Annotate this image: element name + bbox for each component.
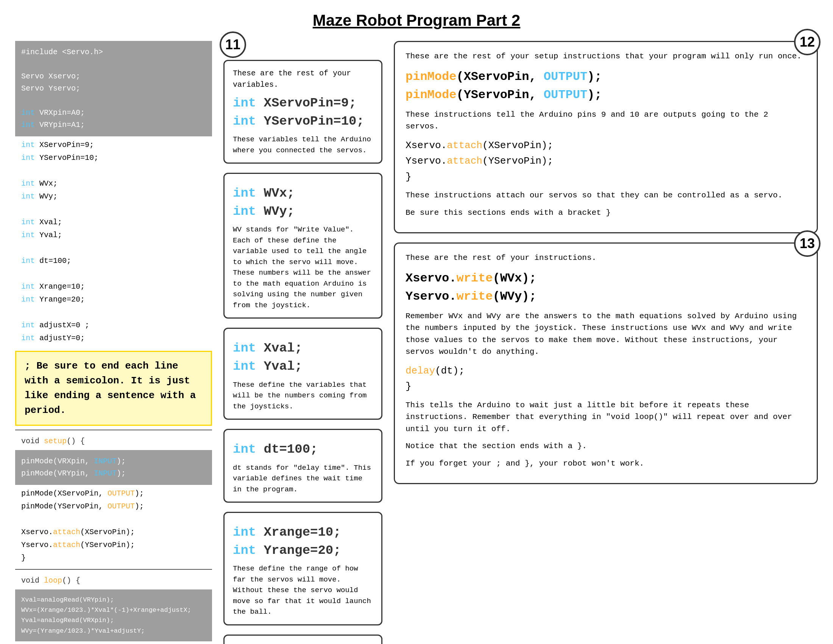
code-line: int adjustY=0; bbox=[21, 332, 206, 345]
code-block-pinmode-input: pinMode(VRXpin, INPUT); pinMode(VRYpin, … bbox=[15, 450, 212, 485]
code-line: Yval=analogRead(VRXpin); bbox=[21, 615, 206, 625]
right-box-12: 12 These are the rest of your setup inst… bbox=[394, 41, 818, 233]
code-block-analog: Xval=analogRead(VRYpin); WVx=(Xrange/102… bbox=[15, 589, 212, 641]
code-line: void setup() { bbox=[21, 435, 206, 448]
code-line: Servo Yservo; bbox=[21, 82, 206, 95]
annotation-box-5: int Xrange=10; int Yrange=20; These defi… bbox=[224, 512, 383, 625]
code-line: int Yval; bbox=[21, 229, 206, 242]
code-line bbox=[21, 164, 206, 177]
annotation-code-2: int WVx; int WVy; bbox=[233, 185, 373, 221]
annotation-box-6: int adjustX=0 ; int adjustY=0; These var… bbox=[224, 634, 383, 644]
code-block-setup: void setup() { bbox=[15, 433, 212, 450]
yellow-note: ; Be sure to end each line with a semico… bbox=[15, 351, 212, 426]
annotation-box-1: These are the rest of your variables. in… bbox=[224, 60, 383, 164]
code-line: Servo Xservo; bbox=[21, 71, 206, 82]
right-box-13-desc4: If you forget your ; and }, your robot w… bbox=[405, 457, 806, 470]
code-line: WVy=(Yrange/1023.)*Yval+adjustY; bbox=[21, 626, 206, 636]
code-line bbox=[21, 306, 206, 319]
code-line bbox=[21, 242, 206, 254]
annotation-code-5: int Xrange=10; int Yrange=20; bbox=[233, 523, 373, 560]
annotation-box-4: int dt=100; dt stands for "delay time". … bbox=[224, 429, 383, 503]
code-line: int Xrange=10; bbox=[21, 280, 206, 293]
code-line: Yservo.attach(YServoPin); bbox=[21, 539, 206, 552]
code-line: int VRYpin=A1; bbox=[21, 119, 206, 131]
page-title: Maze Robot Program Part 2 bbox=[15, 11, 818, 29]
code-block-1: #include <Servo.h> Servo Xservo; Servo Y… bbox=[15, 41, 212, 136]
code-line: pinMode(VRYpin, INPUT); bbox=[21, 467, 206, 480]
code-line: int XServoPin=9; bbox=[21, 138, 206, 151]
annotation-intro-1: These are the rest of your variables. bbox=[233, 68, 373, 90]
code-block-loop-header: void loop() { bbox=[15, 572, 212, 589]
code-line: int Xval; bbox=[21, 216, 206, 229]
left-code-panel: #include <Servo.h> Servo Xservo; Servo Y… bbox=[15, 41, 212, 644]
right-box-13-desc1: Remember WVx and WVy are the answers to … bbox=[405, 310, 806, 358]
right-box-13-desc2: This tells the Arduino to wait just a li… bbox=[405, 399, 806, 435]
code-line bbox=[21, 58, 206, 71]
right-box-12-desc3: Be sure this sections ends with a bracke… bbox=[405, 207, 806, 219]
main-layout: #include <Servo.h> Servo Xservo; Servo Y… bbox=[15, 41, 818, 644]
divider bbox=[15, 430, 212, 430]
code-line: void loop() { bbox=[21, 574, 206, 587]
annotation-desc-1: These variables tell the Arduino where y… bbox=[233, 134, 373, 156]
code-line: int YServoPin=10; bbox=[21, 151, 206, 164]
right-panels: 12 These are the rest of your setup inst… bbox=[394, 41, 818, 484]
code-line: WVx=(Xrange/1023.)*Xval*(-1)+Xrange+adju… bbox=[21, 605, 206, 615]
middle-panel: 11 These are the rest of your variables.… bbox=[224, 45, 383, 644]
right-code-13-1: Xservo.write(WVx); Yservo.write(WVy); bbox=[405, 269, 806, 306]
right-box-13-intro: These are the rest of your instructions. bbox=[405, 252, 806, 264]
annotation-code-3: int Xval; int Yval; bbox=[233, 340, 373, 375]
right-box-13: 13 These are the rest of your instructio… bbox=[394, 242, 818, 484]
code-line bbox=[21, 203, 206, 216]
code-line: Xservo.attach(XServoPin); bbox=[21, 526, 206, 539]
code-block-2: int XServoPin=9; int YServoPin=10; int W… bbox=[15, 136, 212, 347]
right-code-12-2: Xservo.attach(XServoPin); Yservo.attach(… bbox=[405, 138, 806, 185]
code-line: #include <Servo.h> bbox=[21, 46, 206, 58]
code-line: pinMode(YServoPin, OUTPUT); bbox=[21, 500, 206, 513]
annotation-code-4: int dt=100; bbox=[233, 441, 373, 459]
code-line: } bbox=[21, 552, 206, 564]
annotation-desc-5: These define the range of how far the se… bbox=[233, 564, 373, 617]
right-code-12-1: pinMode(XServoPin, OUTPUT); pinMode(YSer… bbox=[405, 68, 806, 104]
annotation-box-3: int Xval; int Yval; These define the var… bbox=[224, 328, 383, 420]
code-line: int Yrange=20; bbox=[21, 293, 206, 306]
divider-2 bbox=[15, 569, 212, 570]
code-line bbox=[21, 513, 206, 526]
code-line bbox=[21, 267, 206, 280]
right-box-12-desc2: These instructions attach our servos so … bbox=[405, 189, 806, 201]
annotation-desc-3: These define the variables that will be … bbox=[233, 380, 373, 412]
right-box-12-desc1: These instructions tell the Arduino pins… bbox=[405, 109, 806, 133]
badge-13: 13 bbox=[794, 230, 820, 257]
right-box-13-desc3: Notice that the section ends with a }. bbox=[405, 440, 806, 452]
code-line: Xval=analogRead(VRYpin); bbox=[21, 595, 206, 605]
annotation-code-1: int XServoPin=9; int YServoPin=10; bbox=[233, 94, 373, 130]
code-line: int WVx; bbox=[21, 177, 206, 190]
code-line: int VRXpin=A0; bbox=[21, 107, 206, 119]
code-line: pinMode(VRXpin, INPUT); bbox=[21, 456, 206, 467]
code-block-loop-rest: Xservo.write(WVx); Yservo.write(WVy); de… bbox=[15, 641, 212, 644]
annotation-box-2: int WVx; int WVy; WV stands for "Write V… bbox=[224, 173, 383, 319]
code-line: int adjustX=0 ; bbox=[21, 319, 206, 332]
right-code-13-2: delay(dt); } bbox=[405, 363, 806, 395]
annotation-desc-4: dt stands for "delay time". This variabl… bbox=[233, 462, 373, 495]
annotation-desc-2: WV stands for "Write Value". Each of the… bbox=[233, 224, 373, 311]
badge-12: 12 bbox=[794, 29, 820, 55]
code-block-setup-rest: pinMode(XServoPin, OUTPUT); pinMode(YSer… bbox=[15, 485, 212, 567]
badge-11: 11 bbox=[220, 31, 246, 58]
code-line: int dt=100; bbox=[21, 254, 206, 267]
code-line bbox=[21, 95, 206, 107]
right-box-12-intro: These are the rest of your setup instruc… bbox=[405, 50, 806, 63]
code-line: pinMode(XServoPin, OUTPUT); bbox=[21, 487, 206, 500]
code-line: int WVy; bbox=[21, 190, 206, 203]
